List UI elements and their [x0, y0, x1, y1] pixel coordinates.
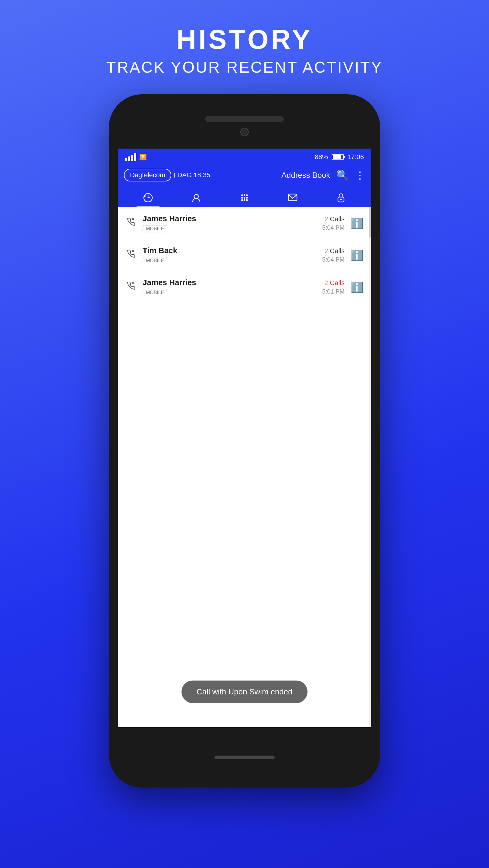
- operator-badge: Dagtelecom: [124, 169, 171, 181]
- call-name-2: Tim Back: [143, 246, 316, 255]
- app-header: Dagtelecom | DAG 18.35 Address Book 🔍 ⋮: [118, 165, 371, 185]
- call-time-3: 5:01 PM: [322, 288, 344, 295]
- call-meta-3: 2 Calls 5:01 PM: [322, 279, 344, 295]
- svg-point-8: [246, 197, 248, 198]
- call-list: James Harries MOBILE 2 Calls 5:04 PM ℹ️: [118, 207, 371, 727]
- wifi-icon: 🛜: [139, 153, 147, 161]
- status-time: 17:06: [347, 153, 364, 161]
- battery-fill: [333, 155, 341, 159]
- svg-point-3: [241, 194, 243, 196]
- toast-message: Call with Upon Swim ended: [182, 681, 307, 703]
- phone-bottom-bezel: [109, 727, 380, 787]
- plan-label: DAG 18.35: [178, 171, 210, 179]
- more-options-icon[interactable]: ⋮: [355, 169, 365, 181]
- call-time-2: 5:04 PM: [322, 256, 344, 263]
- header-right: Address Book 🔍 ⋮: [281, 169, 365, 181]
- battery-icon: [332, 154, 344, 160]
- call-info-2: Tim Back MOBILE: [143, 246, 316, 264]
- svg-point-6: [241, 197, 243, 198]
- call-info-3: James Harries MOBILE: [143, 278, 316, 296]
- phone-camera: [240, 128, 249, 136]
- phone-shell: 🛜 88% 17:06 Dagtelecom | DAG 18.35 Addre: [109, 94, 380, 787]
- svg-point-9: [241, 199, 243, 201]
- svg-point-7: [244, 197, 245, 198]
- phone-top-bezel: [109, 94, 380, 149]
- history-icon: [143, 192, 153, 203]
- svg-point-11: [246, 199, 248, 201]
- battery-percent: 88%: [315, 153, 328, 161]
- nav-tabs: [118, 185, 371, 207]
- scrollbar-track: [369, 207, 371, 727]
- tab-voicemail[interactable]: [281, 188, 304, 207]
- toast-container: Call with Upon Swim ended: [118, 681, 371, 703]
- svg-point-5: [246, 194, 248, 196]
- call-count-1: 2 Calls: [325, 215, 344, 223]
- tab-security[interactable]: [330, 188, 353, 207]
- page-title: HISTORY: [106, 24, 383, 55]
- call-count-2: 2 Calls: [325, 247, 344, 255]
- svg-point-4: [244, 194, 245, 196]
- call-type-3: MOBILE: [143, 289, 167, 296]
- svg-point-14: [340, 199, 342, 200]
- battery-container: [332, 154, 344, 160]
- phone-screen: 🛜 88% 17:06 Dagtelecom | DAG 18.35 Addre: [118, 149, 371, 727]
- signal-bar-1: [125, 158, 127, 161]
- page-header: HISTORY TRACK YOUR RECENT ACTIVITY: [106, 24, 383, 76]
- call-type-1: MOBILE: [143, 225, 167, 232]
- status-right: 88% 17:06: [315, 153, 364, 161]
- call-type-2: MOBILE: [143, 257, 167, 264]
- call-meta-2: 2 Calls 5:04 PM: [322, 247, 344, 263]
- signal-bar-3: [131, 155, 133, 161]
- signal-bar-2: [128, 156, 130, 161]
- dialpad-icon: [239, 192, 250, 203]
- call-name-3: James Harries: [143, 278, 316, 287]
- phone-speaker: [205, 116, 284, 122]
- call-item-1[interactable]: James Harries MOBILE 2 Calls 5:04 PM ℹ️: [118, 207, 371, 239]
- info-icon-1[interactable]: ℹ️: [350, 217, 363, 229]
- info-icon-2[interactable]: ℹ️: [350, 249, 363, 261]
- scrollbar-thumb: [369, 207, 371, 238]
- call-time-1: 5:04 PM: [322, 224, 344, 231]
- signal-bar-4: [134, 153, 136, 161]
- call-icon-1: [126, 216, 136, 230]
- tab-dialpad[interactable]: [233, 188, 256, 207]
- call-item-2[interactable]: Tim Back MOBILE 2 Calls 5:04 PM ℹ️: [118, 239, 371, 271]
- tab-contacts[interactable]: [185, 188, 208, 207]
- call-item-3[interactable]: James Harries MOBILE 2 Calls 5:01 PM ℹ️: [118, 271, 371, 303]
- home-indicator: [214, 755, 275, 759]
- call-meta-1: 2 Calls 5:04 PM: [322, 215, 344, 231]
- page-subtitle: TRACK YOUR RECENT ACTIVITY: [106, 58, 383, 76]
- voicemail-icon: [287, 192, 298, 203]
- lock-icon: [336, 192, 346, 203]
- contacts-icon: [191, 192, 202, 203]
- call-icon-2: [126, 248, 136, 262]
- status-left: 🛜: [125, 153, 147, 161]
- info-icon-3[interactable]: ℹ️: [350, 281, 363, 293]
- call-name-1: James Harries: [143, 214, 316, 223]
- svg-point-10: [244, 199, 245, 201]
- call-icon-3: [126, 280, 136, 294]
- operator-divider: |: [174, 173, 175, 178]
- call-count-3: 2 Calls: [325, 279, 344, 287]
- svg-rect-12: [288, 194, 297, 201]
- call-info-1: James Harries MOBILE: [143, 214, 316, 232]
- address-book-label: Address Book: [281, 170, 330, 180]
- signal-bars: [125, 153, 136, 161]
- status-bar: 🛜 88% 17:06: [118, 149, 371, 165]
- search-icon[interactable]: 🔍: [336, 169, 349, 181]
- tab-history[interactable]: [136, 188, 159, 207]
